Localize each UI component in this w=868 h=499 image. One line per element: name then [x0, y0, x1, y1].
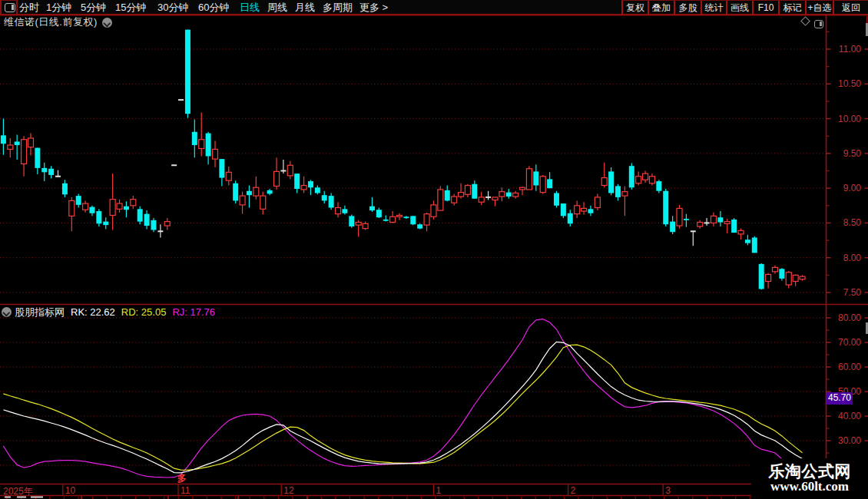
price-label: 10.00	[823, 114, 861, 124]
candle-down	[752, 237, 757, 253]
candle-up	[356, 223, 361, 226]
candle-down	[96, 211, 101, 223]
candle-up	[424, 214, 429, 225]
candle-down	[322, 195, 327, 200]
candle-up	[697, 223, 703, 226]
price-label: 9.50	[823, 148, 861, 159]
candle-flat	[485, 197, 491, 198]
candle-down	[533, 171, 538, 185]
price-label: 7.50	[823, 287, 861, 298]
candle-down	[547, 179, 552, 188]
candle-up	[800, 276, 805, 279]
indicator-value-label: 40.00	[823, 411, 861, 421]
tool-button-统计[interactable]: 统计	[701, 1, 726, 15]
candle-down	[731, 220, 737, 233]
price-label: 8.00	[823, 253, 861, 263]
candle-up	[479, 197, 484, 202]
indicator-name[interactable]: 股朋指标网	[15, 306, 65, 319]
candle-up	[513, 193, 518, 197]
window-layout-cell[interactable]	[0, 0, 18, 14]
candle-up	[786, 273, 791, 285]
tool-button-复权[interactable]: 复权	[621, 1, 648, 15]
candle-down	[185, 30, 190, 114]
month-label-1: 1	[436, 485, 441, 496]
stock-title: 维信诺(日线.前复权)	[4, 15, 98, 29]
candle-up	[397, 215, 403, 216]
candle-down	[506, 193, 512, 197]
month-label-10: 10	[65, 485, 75, 496]
candle-down	[48, 169, 54, 175]
chevron-down-icon[interactable]	[102, 18, 112, 28]
tool-button-F10[interactable]: F10	[752, 1, 778, 15]
candle-up	[766, 274, 771, 281]
candle-down	[137, 209, 143, 221]
period-tab-30分钟[interactable]: 30分钟	[157, 2, 188, 13]
month-label-2: 2	[571, 485, 576, 496]
indicator-value-label: 80.00	[823, 312, 861, 323]
period-tab-月线[interactable]: 月线	[295, 2, 315, 13]
candle-up	[226, 172, 231, 180]
candle-down	[89, 207, 94, 213]
tool-button-多股[interactable]: 多股	[674, 1, 701, 15]
candle-up	[301, 186, 306, 190]
candle-down	[629, 166, 634, 187]
tools-menu: 复权叠加多股统计画线F10标记+自选返回	[621, 0, 868, 14]
candle-up	[363, 223, 368, 228]
candle-up	[622, 192, 628, 196]
candle-down	[779, 269, 784, 279]
period-tab-周线[interactable]: 周线	[267, 2, 287, 13]
panel-split-icon[interactable]	[814, 20, 823, 28]
period-tab-多周期[interactable]: 多周期	[323, 2, 353, 13]
period-tab-分时[interactable]: 分时	[19, 2, 39, 13]
period-tab-5分钟[interactable]: 5分钟	[81, 2, 106, 13]
tool-button-+自选[interactable]: +自选	[805, 1, 833, 15]
price-label: 10.50	[823, 78, 861, 89]
candle-flat	[55, 176, 61, 177]
tool-button-画线[interactable]: 画线	[726, 1, 752, 15]
candle-down	[670, 222, 675, 233]
candle-up	[438, 190, 443, 210]
candle-down	[663, 191, 668, 224]
candle-up	[164, 222, 170, 226]
candle-down	[472, 184, 477, 199]
candle-flat	[280, 170, 286, 171]
candle-up	[649, 177, 654, 183]
candle-down	[561, 203, 566, 216]
candle-up	[711, 216, 716, 223]
chevron-down-icon[interactable]	[2, 307, 12, 317]
candle-up	[643, 173, 648, 180]
candle-down	[656, 181, 661, 191]
candle-flat	[157, 230, 163, 232]
candle-up	[22, 140, 27, 164]
period-tab-15分钟[interactable]: 15分钟	[115, 2, 146, 13]
candle-up	[253, 187, 259, 196]
tool-button-标记[interactable]: 标记	[778, 1, 805, 15]
month-label-3: 3	[665, 485, 671, 496]
candle-down	[219, 159, 224, 177]
tool-button-返回[interactable]: 返回	[833, 1, 868, 15]
indicator-value-label: 70.00	[823, 337, 861, 348]
candle-down	[745, 240, 750, 243]
period-tab-1分钟[interactable]: 1分钟	[46, 2, 71, 13]
candle-up	[274, 171, 280, 186]
candle-up	[431, 205, 436, 216]
candle-up	[117, 203, 122, 209]
period-tab-更多 >[interactable]: 更多 >	[359, 2, 388, 13]
period-tab-60分钟[interactable]: 60分钟	[198, 2, 229, 13]
tool-button-叠加[interactable]: 叠加	[648, 1, 674, 15]
indicator-field-RD: RD: 25.05	[121, 306, 167, 318]
candle-down	[403, 216, 409, 218]
candle-up	[240, 196, 245, 205]
indicator-line-rk	[3, 342, 802, 473]
indicator-header: 股朋指标网 RK: 22.62RD: 25.05RJ: 17.76	[2, 306, 215, 318]
price-label: 8.50	[823, 217, 861, 228]
candle-up	[336, 207, 341, 213]
candle-down	[383, 220, 389, 221]
period-tab-日线[interactable]: 日线	[240, 2, 260, 13]
candle-up	[738, 230, 744, 234]
indicator-value-label: 30.00	[823, 435, 861, 446]
indicator-line-rd	[3, 345, 802, 470]
candle-up	[212, 149, 217, 159]
candle-down	[342, 209, 347, 213]
candle-down	[615, 186, 621, 197]
